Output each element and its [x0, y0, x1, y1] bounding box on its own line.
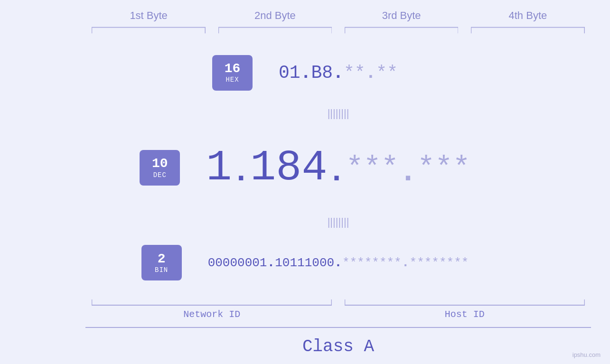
bin-dot-1: . — [267, 255, 275, 270]
dec-label-box: 10 DEC — [140, 150, 180, 186]
eq-2-4: || — [344, 216, 349, 228]
host-id-label: Host ID — [338, 309, 591, 320]
bin-byte-2: 10111000 — [275, 256, 334, 270]
bin-val-3: ******** — [342, 256, 402, 270]
bin-number: 2 — [158, 252, 166, 267]
dec-byte-2: 184 — [250, 144, 327, 192]
hex-label-box: 16 HEX — [212, 55, 253, 91]
hex-val-4: ** — [376, 63, 398, 83]
dec-base: DEC — [153, 171, 167, 179]
hex-dot-1: . — [300, 63, 311, 83]
eq-1-1: || — [328, 107, 333, 120]
hex-byte-3: ** — [344, 63, 366, 83]
eq-2-3: || — [338, 216, 344, 228]
top-bracket-1 — [85, 26, 212, 34]
bin-byte-4: ******** — [410, 256, 469, 270]
hex-dot-2: . — [333, 63, 344, 83]
dec-val-1: 1 — [206, 144, 232, 192]
dec-byte-3: *** — [346, 151, 399, 185]
top-brackets-row — [19, 26, 591, 34]
hex-byte-1: 01 — [279, 63, 300, 83]
dec-row: 10 DEC 1 . 184 . *** . *** — [140, 121, 470, 215]
bin-dot-3: . — [402, 255, 410, 270]
watermark: ipshu.com — [572, 351, 601, 358]
bin-byte-3: ******** — [342, 256, 402, 270]
bin-val-2: 10111000 — [275, 256, 334, 270]
dec-byte-4: *** — [417, 151, 470, 185]
hex-base: HEX — [225, 76, 239, 84]
bin-dot-2: . — [334, 255, 342, 270]
eq-1-4: || — [344, 107, 349, 120]
main-container: 1st Byte 2nd Byte 3rd Byte 4th Byte — [0, 0, 610, 364]
class-label: Class A — [19, 337, 591, 356]
bin-val-4: ******** — [410, 256, 469, 270]
network-bracket — [85, 299, 338, 306]
top-bracket-2 — [212, 26, 338, 34]
bin-base: BIN — [155, 266, 168, 274]
equals-row-1: || || || || — [261, 106, 349, 121]
equals-row-2: || || || || — [261, 215, 349, 229]
hex-val-2: B8 — [311, 63, 333, 83]
host-bracket — [338, 299, 591, 306]
dec-val-3: *** — [346, 151, 399, 185]
dec-cells: 1 . 184 . *** . *** — [206, 144, 470, 192]
bin-label-box: 2 BIN — [141, 245, 182, 280]
eq-1-3: || — [338, 107, 344, 120]
dec-dot-2: . — [327, 155, 346, 190]
hex-number: 16 — [225, 62, 241, 76]
eq-2-1: || — [328, 216, 333, 228]
bin-val-1: 00000001 — [208, 256, 267, 270]
hex-dot-3: . — [366, 63, 376, 83]
eq-1-2: || — [333, 107, 338, 120]
hex-cells: 01 . B8 . ** . ** — [279, 63, 398, 83]
eq-2-2: || — [333, 216, 338, 228]
hex-val-3: ** — [344, 63, 366, 83]
byte-header-2: 2nd Byte — [212, 9, 338, 22]
hex-byte-2: B8 — [311, 63, 333, 83]
bottom-labels: Network ID Host ID — [19, 309, 591, 320]
dec-dot-1: . — [232, 155, 250, 190]
top-bracket-4 — [465, 26, 591, 34]
hex-val-1: 01 — [279, 63, 300, 83]
dec-val-4: *** — [417, 151, 470, 185]
bottom-brackets — [19, 299, 591, 306]
network-id-label: Network ID — [85, 309, 338, 320]
byte-header-1: 1st Byte — [85, 9, 212, 22]
dec-dot-3: . — [399, 155, 417, 190]
bottom-section: Network ID Host ID Class A — [19, 299, 591, 359]
bin-cells: 00000001 . 10111000 . ******** . *******… — [208, 255, 469, 270]
hex-row: 16 HEX 01 . B8 . ** . ** — [212, 39, 398, 106]
full-bottom-bracket — [19, 327, 591, 333]
dec-number: 10 — [152, 157, 168, 171]
dec-byte-1: 1 — [206, 144, 232, 192]
top-bracket-3 — [338, 26, 465, 34]
byte-header-3: 3rd Byte — [338, 9, 465, 22]
hex-byte-4: ** — [376, 63, 398, 83]
bin-row: 2 BIN 00000001 . 10111000 . ******** . *… — [141, 229, 469, 297]
byte-header-4: 4th Byte — [465, 9, 591, 22]
byte-headers-row: 1st Byte 2nd Byte 3rd Byte 4th Byte — [19, 9, 591, 22]
dec-val-2: 184 — [250, 144, 327, 192]
bin-byte-1: 00000001 — [208, 256, 267, 270]
